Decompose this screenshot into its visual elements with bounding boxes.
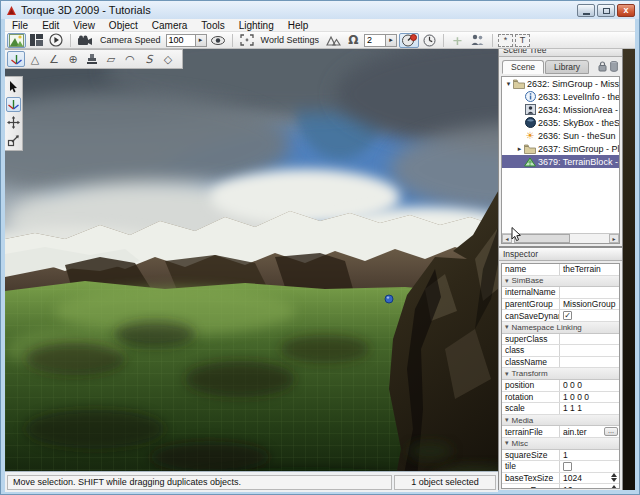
tree-item-2635[interactable]: 2635: SkyBox - theSky bbox=[502, 116, 619, 129]
menu-tools[interactable]: Tools bbox=[194, 19, 231, 32]
field-internalName-cell bbox=[559, 287, 619, 298]
camera-button[interactable] bbox=[76, 33, 95, 48]
field-canSaveDynamicFields-checkbox[interactable]: ✓ bbox=[563, 311, 572, 320]
tree-item-2632[interactable]: ▾2632: SimGroup - MissionGroup bbox=[502, 77, 619, 90]
gizmo-tool-button[interactable] bbox=[7, 51, 25, 67]
tree-expander[interactable]: ▸ bbox=[515, 145, 524, 153]
maximize-button[interactable] bbox=[597, 4, 615, 17]
field-baseTexSize-spinner[interactable] bbox=[609, 473, 618, 484]
section-collapse-arrow: ▾ bbox=[505, 439, 509, 447]
menu-object[interactable]: Object bbox=[102, 19, 145, 32]
field-name-value[interactable]: theTerrain bbox=[563, 264, 618, 274]
text-tool-button[interactable]: T bbox=[515, 34, 530, 47]
field-squareSize-value[interactable]: 1 bbox=[563, 450, 618, 460]
tab-scene[interactable]: Scene bbox=[502, 60, 544, 74]
select-bounds-button[interactable]: * bbox=[498, 34, 513, 47]
play-icon bbox=[49, 33, 63, 47]
menu-lighting[interactable]: Lighting bbox=[232, 19, 281, 32]
capture-frame-button[interactable] bbox=[238, 33, 256, 48]
speed-gauge-button[interactable] bbox=[399, 33, 419, 48]
menu-view[interactable]: View bbox=[66, 19, 102, 32]
field-rotation-value[interactable]: 1 0 0 0 bbox=[563, 392, 618, 402]
tree-expander[interactable]: ▾ bbox=[504, 80, 513, 88]
snap-size-input[interactable]: 2 bbox=[364, 34, 386, 47]
trash-icon[interactable] bbox=[610, 61, 618, 72]
spline-tool-button[interactable]: S bbox=[140, 51, 158, 67]
section-label: Namespace Linking bbox=[512, 323, 582, 332]
world-editor-button[interactable] bbox=[7, 33, 26, 48]
editors-button[interactable] bbox=[28, 33, 45, 48]
flatten-tool-button[interactable]: ◇ bbox=[159, 51, 177, 67]
scale-tool-button[interactable] bbox=[6, 133, 21, 148]
tab-library[interactable]: Library bbox=[545, 60, 589, 74]
inspector-section-namespace-linking[interactable]: ▾Namespace Linking bbox=[502, 322, 619, 334]
snap-size-combo: 2 ▸ bbox=[364, 34, 397, 47]
field-screenError-spinner[interactable] bbox=[609, 484, 618, 489]
terrain-angle-button[interactable]: ∠ bbox=[45, 51, 63, 67]
close-icon: x bbox=[623, 6, 628, 15]
gizmo-select-button[interactable] bbox=[6, 97, 21, 112]
person-icon bbox=[524, 104, 536, 115]
terrain-sphere-button[interactable]: ⊕ bbox=[64, 51, 82, 67]
field-label: squareSize bbox=[502, 450, 559, 461]
snap-size-dropdown[interactable]: ▸ bbox=[386, 34, 397, 47]
field-position-value[interactable]: 0 0 0 bbox=[563, 380, 618, 390]
terrain-settings-button[interactable] bbox=[324, 33, 343, 48]
world-settings-label: World Settings bbox=[261, 35, 319, 45]
inspector-section-media[interactable]: ▾Media bbox=[502, 415, 619, 427]
sun-icon: ☀ bbox=[524, 130, 536, 141]
play-button[interactable] bbox=[47, 33, 65, 48]
add-object-button[interactable]: + bbox=[449, 33, 466, 48]
tree-item-label: 2635: SkyBox - theSky bbox=[538, 118, 619, 128]
field-terrainFile-browse-button[interactable]: ... bbox=[604, 427, 618, 436]
tree-item-2633[interactable]: 2633: LevelInfo - theLevelInfo bbox=[502, 90, 619, 103]
field-baseTexSize-value[interactable]: 1024 bbox=[563, 473, 608, 483]
inspector-row-name: nametheTerrain bbox=[502, 264, 619, 276]
page-tool-button[interactable]: ▱ bbox=[102, 51, 120, 67]
menu-file[interactable]: File bbox=[5, 19, 35, 32]
terrain-raise-button[interactable]: △ bbox=[26, 51, 44, 67]
select-tool-button[interactable] bbox=[6, 79, 21, 94]
move-icon bbox=[7, 116, 20, 129]
field-screenError-value[interactable]: 16 bbox=[563, 485, 608, 489]
inspector-section-simbase[interactable]: ▾SimBase bbox=[502, 276, 619, 288]
inspector-row-squareSize: squareSize1 bbox=[502, 450, 619, 462]
smooth-tool-button[interactable]: ◠ bbox=[121, 51, 139, 67]
field-terrainFile-value[interactable]: ain.ter bbox=[563, 427, 603, 437]
scroll-right-arrow[interactable]: ▸ bbox=[609, 234, 619, 243]
menu-camera[interactable]: Camera bbox=[145, 19, 195, 32]
field-tile-checkbox[interactable] bbox=[563, 462, 572, 471]
inspector-row-baseTexSize: baseTexSize1024 bbox=[502, 473, 619, 485]
app-window: Torque 3D 2009 - Tutorials x FileEditVie… bbox=[0, 0, 640, 495]
mouse-cursor bbox=[511, 227, 523, 242]
gizmo-axes-icon bbox=[7, 98, 20, 111]
menu-edit[interactable]: Edit bbox=[35, 19, 66, 32]
time-button[interactable] bbox=[421, 33, 438, 48]
stamp-tool-button[interactable] bbox=[83, 51, 101, 67]
field-scale-value[interactable]: 1 1 1 bbox=[563, 403, 618, 413]
tree-item-2637[interactable]: ▸2637: SimGroup - PlayerDropPo bbox=[502, 142, 619, 155]
tree-item-2636[interactable]: ☀2636: Sun - theSun bbox=[502, 129, 619, 142]
field-label: parentGroup bbox=[502, 299, 559, 310]
inspector-rows: nametheTerrain▾SimBaseinternalNameparent… bbox=[501, 263, 620, 489]
inspector-section-misc[interactable]: ▾Misc bbox=[502, 438, 619, 450]
visibility-button[interactable] bbox=[209, 33, 227, 48]
scene-tree-box: ▾2632: SimGroup - MissionGroup2633: Leve… bbox=[501, 76, 620, 244]
lock-icon[interactable] bbox=[598, 61, 607, 72]
minimize-button[interactable] bbox=[577, 4, 595, 17]
window-title: Torque 3D 2009 - Tutorials bbox=[21, 4, 151, 16]
tree-item-2634[interactable]: 2634: MissionArea - theMis bbox=[502, 103, 619, 116]
camera-speed-input[interactable]: 100 bbox=[166, 34, 196, 47]
tree-item-3679[interactable]: 3679: TerrainBlock - theTerrain bbox=[502, 155, 619, 168]
menu-help[interactable]: Help bbox=[281, 19, 316, 32]
camera-speed-dropdown[interactable]: ▸ bbox=[196, 34, 207, 47]
inspector-section-transform[interactable]: ▾Transform bbox=[502, 368, 619, 380]
snap-button[interactable]: Ω bbox=[345, 33, 362, 48]
move-tool-button[interactable] bbox=[6, 115, 21, 130]
field-parentGroup-value[interactable]: MissionGroup bbox=[563, 299, 618, 309]
title-bar[interactable]: Torque 3D 2009 - Tutorials x bbox=[1, 1, 639, 19]
player-drop-marker[interactable] bbox=[385, 295, 393, 303]
players-button[interactable] bbox=[468, 33, 487, 48]
scroll-track[interactable] bbox=[512, 234, 609, 243]
close-button[interactable]: x bbox=[617, 4, 635, 17]
